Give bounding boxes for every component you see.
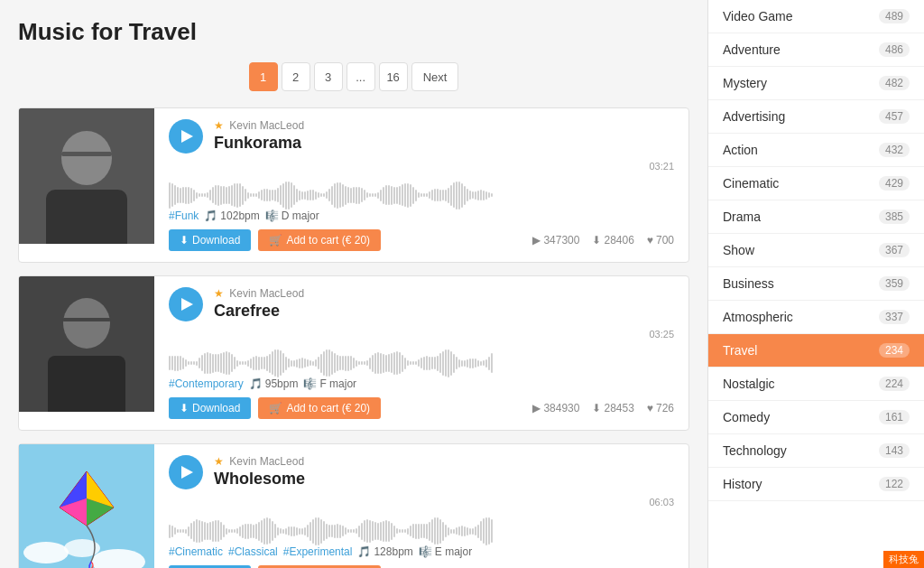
play-icon-carefree [181, 298, 193, 311]
star-icon-funkorama: ★ [214, 119, 224, 132]
track-artist-wholesome: ★ Kevin MacLeod [214, 455, 674, 468]
sidebar-item-video-game[interactable]: Video Game 489 [708, 0, 924, 33]
time-label-funkorama: 03:21 [169, 161, 674, 172]
sidebar-label-history: History [723, 477, 762, 491]
sidebar-label-mystery: Mystery [723, 76, 767, 90]
sidebar-count-history: 122 [879, 477, 910, 491]
like-icon: ♥ [647, 234, 653, 247]
sidebar-item-business[interactable]: Business 359 [708, 267, 924, 301]
time-label-carefree: 03:25 [169, 329, 674, 340]
svg-rect-6 [48, 356, 125, 412]
svg-rect-2 [46, 190, 127, 244]
sidebar-label-drama: Drama [723, 210, 761, 224]
sidebar-count-adventure: 486 [879, 42, 910, 57]
play-count-icon2: ▶ [532, 402, 541, 414]
download-button-carefree[interactable]: ⬇ Download [169, 397, 251, 419]
likes-funkorama: ♥ 700 [647, 234, 674, 247]
pagination: 1 2 3 ... 16 Next [18, 62, 689, 91]
sidebar-label-action: Action [723, 143, 758, 157]
svg-rect-3 [61, 152, 112, 156]
track-top-carefree: ★ Kevin MacLeod Carefree [169, 287, 674, 321]
sidebar-item-travel[interactable]: Travel 234 [708, 334, 924, 368]
actions-row-carefree: ⬇ Download 🛒 Add to cart (€ 20) ▶ 384930 [169, 397, 674, 419]
track-card-wholesome: ★ Kevin MacLeod Wholesome 06:03 #Cinemat… [18, 443, 689, 568]
next-button[interactable]: Next [411, 62, 459, 91]
page-16-button[interactable]: 16 [379, 62, 408, 91]
sidebar-count-video-game: 489 [879, 9, 910, 23]
play-button-wholesome[interactable] [169, 455, 203, 489]
svg-rect-7 [62, 318, 111, 321]
cart-icon2: 🛒 [269, 402, 282, 414]
track-card-carefree: ★ Kevin MacLeod Carefree 03:25 #Contempo… [18, 275, 689, 431]
cart-button-carefree[interactable]: 🛒 Add to cart (€ 20) [258, 397, 381, 419]
page-title: Music for Travel [18, 18, 689, 46]
sidebar-label-show: Show [723, 243, 754, 257]
plays-carefree: ▶ 384930 [532, 402, 579, 414]
sidebar-label-travel: Travel [723, 343, 757, 358]
track-name-funkorama[interactable]: Funkorama [214, 134, 674, 153]
track-thumbnail-carefree [19, 276, 154, 412]
track-top-wholesome: ★ Kevin MacLeod Wholesome [169, 455, 674, 489]
sidebar-item-technology[interactable]: Technology 143 [708, 434, 924, 468]
waveform-funkorama[interactable]: 03:21 [169, 161, 674, 206]
track-stats-carefree: ▶ 384930 ⬇ 28453 ♥ 726 [532, 402, 674, 414]
track-meta-funkorama: ★ Kevin MacLeod Funkorama [214, 119, 674, 153]
sidebar-item-atmospheric[interactable]: Atmospheric 337 [708, 301, 924, 334]
sidebar-label-cinematic: Cinematic [723, 176, 779, 191]
track-meta-wholesome: ★ Kevin MacLeod Wholesome [214, 455, 674, 489]
sidebar-count-comedy: 161 [879, 410, 910, 424]
page-3-button[interactable]: 3 [314, 62, 343, 91]
time-label-wholesome: 06:03 [169, 497, 674, 507]
sidebar-count-action: 432 [879, 143, 910, 157]
actions-row-funkorama: ⬇ Download 🛒 Add to cart (€ 20) ▶ 347300 [169, 229, 674, 251]
download-icon2: ⬇ [180, 402, 189, 414]
play-button-funkorama[interactable] [169, 119, 203, 154]
cart-button-funkorama[interactable]: 🛒 Add to cart (€ 20) [258, 229, 381, 251]
sidebar-count-advertising: 457 [879, 109, 910, 124]
track-stats-funkorama: ▶ 347300 ⬇ 28406 ♥ 700 [532, 234, 674, 247]
waveform-bars-wholesome [169, 511, 674, 551]
page-ellipsis: ... [346, 62, 375, 91]
waveform-bars-carefree [169, 343, 674, 383]
track-thumbnail-wholesome [19, 444, 154, 568]
sidebar: Video Game 489 Adventure 486 Mystery 482… [707, 0, 924, 568]
track-name-wholesome[interactable]: Wholesome [214, 470, 674, 489]
sidebar-label-video-game: Video Game [723, 9, 793, 23]
sidebar-item-advertising[interactable]: Advertising 457 [708, 100, 924, 134]
star-icon-carefree: ★ [214, 287, 224, 300]
sidebar-label-comedy: Comedy [723, 410, 770, 424]
sidebar-label-business: Business [723, 276, 774, 291]
sidebar-item-mystery[interactable]: Mystery 482 [708, 67, 924, 100]
sidebar-item-cinematic[interactable]: Cinematic 429 [708, 167, 924, 200]
sidebar-item-history[interactable]: History 122 [708, 468, 924, 501]
sidebar-count-atmospheric: 337 [879, 310, 910, 324]
waveform-carefree[interactable]: 03:25 [169, 329, 674, 374]
svg-point-5 [63, 298, 110, 349]
waveform-bars-funkorama [169, 175, 674, 215]
page-1-button[interactable]: 1 [249, 62, 278, 91]
download-count-icon: ⬇ [592, 234, 601, 247]
waveform-wholesome[interactable]: 06:03 [169, 497, 674, 542]
sidebar-item-show[interactable]: Show 367 [708, 234, 924, 267]
sidebar-item-comedy[interactable]: Comedy 161 [708, 401, 924, 434]
sidebar-item-adventure[interactable]: Adventure 486 [708, 33, 924, 67]
track-artist-funkorama: ★ Kevin MacLeod [214, 119, 674, 132]
track-thumbnail-funkorama [19, 108, 154, 244]
svg-point-10 [23, 542, 69, 563]
sidebar-item-drama[interactable]: Drama 385 [708, 200, 924, 234]
sidebar-label-technology: Technology [723, 443, 787, 458]
sidebar-label-atmospheric: Atmospheric [723, 310, 793, 324]
sidebar-count-cinematic: 429 [879, 176, 910, 191]
sidebar-item-action[interactable]: Action 432 [708, 134, 924, 167]
sidebar-item-nostalgic[interactable]: Nostalgic 224 [708, 368, 924, 401]
play-icon-wholesome [181, 466, 193, 479]
page-2-button[interactable]: 2 [282, 62, 310, 91]
plays-funkorama: ▶ 347300 [532, 234, 579, 247]
like-icon2: ♥ [647, 402, 653, 414]
download-button-funkorama[interactable]: ⬇ Download [169, 229, 251, 251]
track-info-wholesome: ★ Kevin MacLeod Wholesome 06:03 #Cinemat… [154, 444, 688, 568]
track-name-carefree[interactable]: Carefree [214, 302, 674, 321]
sidebar-label-adventure: Adventure [723, 42, 781, 57]
play-icon-funkorama [181, 130, 193, 143]
play-button-carefree[interactable] [169, 287, 203, 321]
